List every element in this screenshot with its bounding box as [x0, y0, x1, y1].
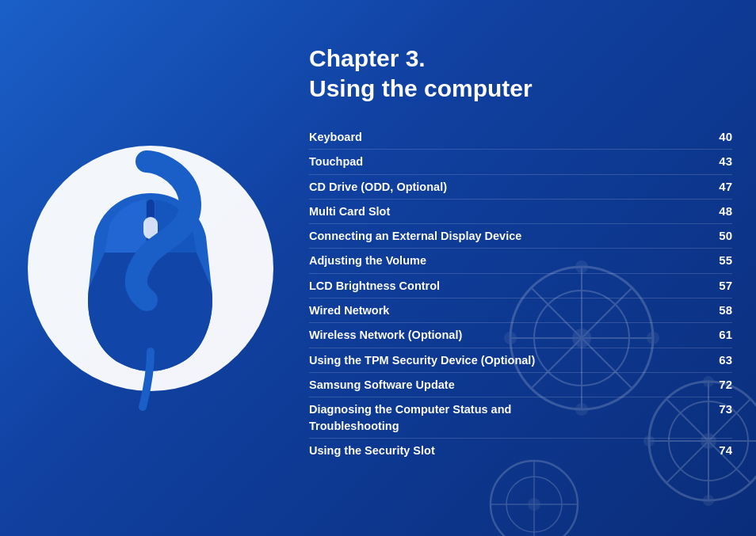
toc-page: 74	[708, 443, 732, 457]
toc-page: 61	[708, 328, 732, 341]
toc-item: Wireless Network (Optional)61	[309, 323, 732, 348]
toc-item: Adjusting the Volume55	[309, 249, 732, 273]
svg-point-22	[491, 461, 578, 536]
toc-page: 57	[708, 279, 732, 292]
toc-label: Wired Network	[309, 302, 397, 318]
toc-item: Multi Card Slot48	[309, 200, 732, 224]
toc-item: Samsung Software Update72	[309, 373, 732, 397]
toc-page: 72	[708, 378, 732, 391]
toc-item: Diagnosing the Computer Status and Troub…	[309, 397, 732, 439]
toc-label: Adjusting the Volume	[309, 253, 434, 268]
content-area: Chapter 3. Using the computer Keyboard40…	[309, 44, 732, 462]
toc-label: Using the Security Slot	[309, 443, 443, 458]
toc-item: CD Drive (ODD, Optional)47	[309, 175, 732, 200]
chapter-line1: Chapter 3.	[309, 45, 426, 71]
toc-page: 55	[708, 253, 732, 267]
toc-item: Using the Security Slot74	[309, 439, 732, 462]
chapter-line2: Using the computer	[309, 75, 533, 101]
toc-label: CD Drive (ODD, Optional)	[309, 179, 455, 195]
svg-point-23	[506, 477, 562, 532]
toc-label: Samsung Software Update	[309, 377, 463, 393]
toc-label: Using the TPM Security Device (Optional)	[309, 352, 543, 368]
toc-page: 40	[708, 130, 732, 143]
toc-page: 73	[708, 402, 732, 416]
toc-label: Wireless Network (Optional)	[309, 327, 470, 343]
toc-item: Keyboard40	[309, 125, 732, 150]
svg-point-26	[528, 498, 540, 511]
toc-list: Keyboard40Touchpad43CD Drive (ODD, Optio…	[309, 125, 732, 462]
toc-item: Touchpad43	[309, 150, 732, 174]
toc-label: LCD Brightness Control	[309, 278, 448, 294]
toc-item: Connecting an External Display Device50	[309, 224, 732, 249]
toc-label: Touchpad	[309, 154, 371, 169]
toc-label: Diagnosing the Computer Status and Troub…	[309, 401, 547, 434]
toc-page: 50	[708, 229, 732, 242]
chapter-title: Chapter 3. Using the computer	[309, 44, 732, 103]
mouse-illustration	[24, 118, 277, 419]
toc-page: 58	[708, 303, 732, 317]
toc-item: LCD Brightness Control57	[309, 274, 732, 298]
toc-page: 43	[708, 154, 732, 168]
toc-label: Multi Card Slot	[309, 203, 398, 219]
toc-label: Connecting an External Display Device	[309, 228, 529, 244]
svg-point-19	[703, 495, 714, 506]
toc-item: Wired Network58	[309, 298, 732, 323]
toc-page: 47	[708, 180, 732, 193]
toc-page: 63	[708, 353, 732, 367]
toc-item: Using the TPM Security Device (Optional)…	[309, 348, 732, 373]
page-container: Chapter 3. Using the computer Keyboard40…	[0, 0, 756, 536]
toc-label: Keyboard	[309, 129, 370, 145]
toc-page: 48	[708, 204, 732, 218]
